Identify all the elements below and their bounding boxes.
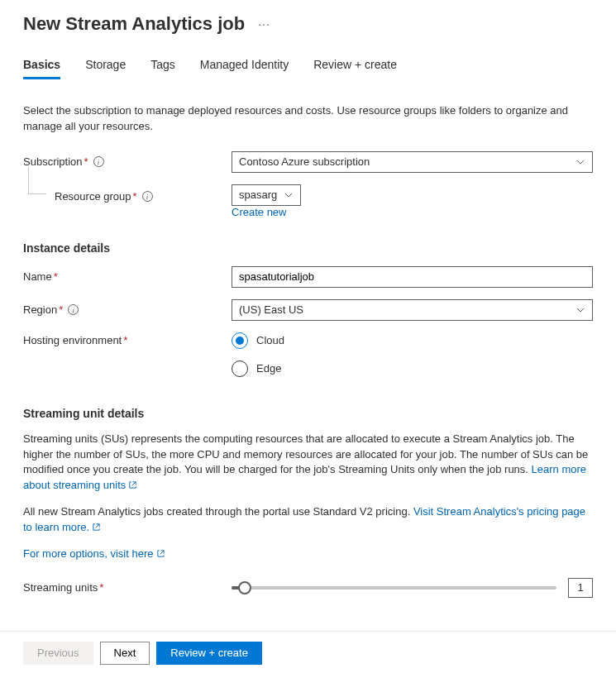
subscription-dropdown[interactable]: Contoso Azure subscription bbox=[232, 151, 593, 173]
hosting-option-label: Edge bbox=[256, 362, 281, 375]
instance-details-heading: Instance details bbox=[23, 241, 593, 255]
create-new-resource-group-link[interactable]: Create new bbox=[232, 206, 286, 218]
info-icon[interactable]: i bbox=[142, 191, 153, 202]
streaming-para2-text: All new Stream Analytics jobs created th… bbox=[23, 505, 413, 518]
hosting-option-edge[interactable]: Edge bbox=[232, 360, 593, 377]
resource-group-value: spasarg bbox=[239, 189, 277, 201]
streaming-units-label: Streaming units bbox=[23, 581, 98, 594]
tab-basics[interactable]: Basics bbox=[23, 53, 60, 79]
name-row: Name * bbox=[23, 266, 593, 288]
streaming-units-row: Streaming units * 1 bbox=[23, 578, 593, 598]
hosting-label: Hosting environment bbox=[23, 334, 122, 346]
streaming-units-value[interactable]: 1 bbox=[568, 578, 593, 598]
hosting-row: Hosting environment * Cloud Edge bbox=[23, 332, 593, 377]
tab-tags[interactable]: Tags bbox=[150, 53, 175, 79]
external-link-icon bbox=[156, 547, 165, 563]
hosting-option-cloud[interactable]: Cloud bbox=[232, 332, 593, 349]
name-label: Name bbox=[23, 270, 52, 283]
page-title: New Stream Analytics job bbox=[23, 13, 245, 35]
resource-group-label: Resource group bbox=[55, 190, 131, 203]
external-link-icon bbox=[128, 479, 137, 494]
resource-group-row: Resource group * i spasarg bbox=[23, 184, 593, 206]
external-link-icon bbox=[92, 521, 101, 537]
streaming-paragraph-2: All new Stream Analytics jobs created th… bbox=[23, 504, 593, 537]
streaming-paragraph-1: Streaming units (SUs) represents the com… bbox=[23, 432, 593, 494]
name-input[interactable] bbox=[232, 266, 593, 288]
required-asterisk: * bbox=[133, 190, 137, 203]
wizard-footer: Previous Next Review + create bbox=[0, 631, 616, 675]
chevron-down-icon bbox=[575, 157, 585, 167]
chevron-down-icon bbox=[575, 305, 585, 315]
tab-review-create[interactable]: Review + create bbox=[313, 53, 397, 79]
streaming-para1-text: Streaming units (SUs) represents the com… bbox=[23, 432, 588, 476]
region-label: Region bbox=[23, 303, 57, 316]
region-row: Region * i (US) East US bbox=[23, 299, 593, 321]
more-options-row: For more options, visit here bbox=[23, 547, 593, 563]
radio-unchecked-icon bbox=[232, 360, 248, 377]
more-options-link[interactable]: For more options, visit here bbox=[23, 547, 165, 560]
required-asterisk: * bbox=[84, 155, 88, 168]
intro-text: Select the subscription to manage deploy… bbox=[23, 103, 593, 135]
next-button[interactable]: Next bbox=[100, 642, 150, 665]
tree-connector bbox=[23, 167, 55, 200]
radio-checked-icon bbox=[232, 332, 248, 349]
info-icon[interactable]: i bbox=[68, 304, 79, 315]
wizard-tabs: Basics Storage Tags Managed Identity Rev… bbox=[23, 53, 593, 80]
slider-thumb[interactable] bbox=[238, 581, 251, 594]
review-create-button[interactable]: Review + create bbox=[156, 642, 262, 665]
chevron-down-icon bbox=[284, 190, 294, 200]
resource-group-dropdown[interactable]: spasarg bbox=[232, 184, 301, 206]
required-asterisk: * bbox=[54, 270, 58, 283]
tab-storage[interactable]: Storage bbox=[85, 53, 126, 79]
subscription-row: Subscription * i Contoso Azure subscript… bbox=[23, 151, 593, 173]
previous-button: Previous bbox=[23, 642, 93, 665]
required-asterisk: * bbox=[99, 581, 103, 594]
streaming-units-slider[interactable] bbox=[232, 586, 556, 590]
required-asterisk: * bbox=[123, 334, 127, 346]
create-new-row: Create new bbox=[23, 206, 593, 218]
info-icon[interactable]: i bbox=[93, 156, 104, 167]
more-actions-icon[interactable]: ··· bbox=[258, 17, 270, 31]
required-asterisk: * bbox=[59, 303, 63, 316]
hosting-option-label: Cloud bbox=[256, 334, 284, 346]
tab-managed-identity[interactable]: Managed Identity bbox=[200, 53, 289, 79]
page-header: New Stream Analytics job ··· bbox=[23, 13, 593, 35]
region-value: (US) East US bbox=[239, 303, 303, 316]
subscription-value: Contoso Azure subscription bbox=[239, 155, 370, 168]
streaming-details-heading: Streaming unit details bbox=[23, 407, 593, 420]
region-dropdown[interactable]: (US) East US bbox=[232, 299, 593, 321]
